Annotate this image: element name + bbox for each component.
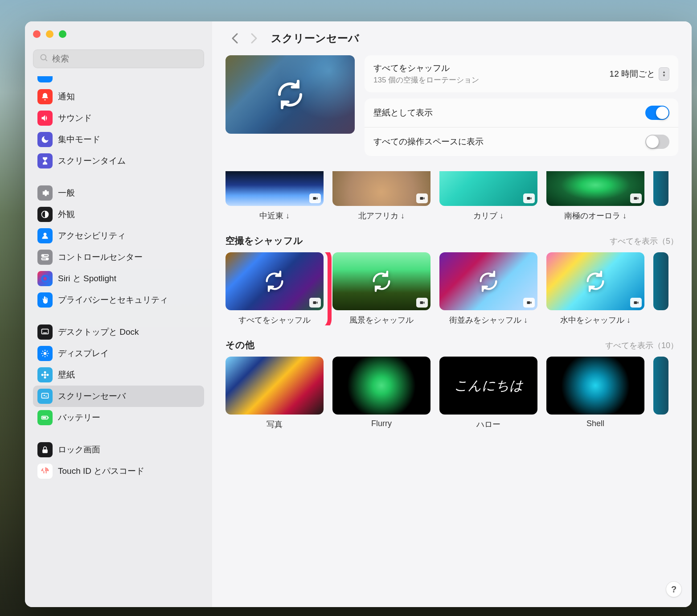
close-window[interactable]: [33, 30, 41, 38]
sidebar-item[interactable]: コントロールセンター: [33, 246, 204, 268]
shuffle-icon: [477, 270, 500, 293]
show-all-link[interactable]: すべてを表示（10）: [605, 340, 678, 351]
section-title: その他: [226, 339, 254, 351]
sidebar-item[interactable]: ディスプレイ: [33, 343, 204, 364]
section-title: 空撮をシャッフル: [226, 234, 303, 247]
sidebar-item[interactable]: スクリーンタイム: [33, 150, 204, 172]
screensaver-card[interactable]: Shell: [546, 357, 644, 430]
svg-rect-31: [42, 449, 48, 453]
svg-marker-35: [424, 197, 425, 200]
shuffle-icon: [274, 78, 306, 111]
lock-icon: [37, 442, 53, 457]
svg-point-6: [43, 255, 44, 256]
screensaver-card[interactable]: 南極のオーロラ ↓: [546, 171, 644, 221]
card-label: 水中をシャッフル ↓: [546, 315, 644, 325]
svg-rect-30: [48, 417, 49, 418]
interval-stepper[interactable]: 12 時間ごと ▲▼: [610, 67, 669, 81]
screensaver-card[interactable]: すべてをシャッフル: [226, 252, 324, 325]
svg-line-16: [42, 351, 43, 352]
card-thumb: [546, 252, 644, 310]
sidebar-item[interactable]: 一般: [33, 182, 204, 204]
person-icon: [37, 228, 53, 243]
sidebar-item[interactable]: 通知: [33, 86, 204, 107]
settings-window: 通知サウンド集中モードスクリーンタイム一般外観アクセシビリティコントロールセンタ…: [25, 21, 692, 607]
screensaver-card[interactable]: 街並みをシャッフル ↓: [439, 252, 537, 325]
hero-row: すべてをシャッフル 135 個の空撮をローテーション 12 時間ごと ▲▼ 壁紙…: [226, 55, 678, 162]
wallpaper-label: 壁紙として表示: [373, 107, 433, 119]
forward-button[interactable]: [245, 29, 263, 47]
card-label: 中近東 ↓: [226, 210, 324, 221]
screensaver-card[interactable]: 風景をシャッフル: [332, 252, 430, 325]
svg-rect-36: [527, 197, 530, 200]
screensaver-card[interactable]: こんにちはハロー: [439, 357, 537, 430]
card-label: 風景をシャッフル: [332, 315, 430, 325]
sidebar-item[interactable]: ロック画面: [33, 439, 204, 460]
svg-point-11: [44, 352, 47, 355]
card-thumb: [332, 252, 430, 310]
wallpaper-toggle[interactable]: [645, 106, 669, 120]
sidebar-item-label: 一般: [58, 187, 75, 199]
sidebar-item[interactable]: Touch ID とパスコード: [33, 460, 204, 482]
siri-icon: [37, 271, 53, 286]
card-label: 南極のオーロラ ↓: [546, 210, 644, 221]
header: スクリーンセーバ: [212, 21, 692, 55]
sidebar-item[interactable]: サウンド: [33, 107, 204, 129]
video-badge-icon: [523, 298, 535, 308]
search-input[interactable]: [52, 54, 197, 64]
screensaver-card[interactable]: 北アフリカ ↓: [332, 171, 430, 221]
screensaver-icon: [37, 389, 53, 404]
partial-row: [33, 76, 204, 82]
partial-card: [653, 357, 668, 415]
card-thumb: こんにちは: [439, 357, 537, 415]
svg-point-24: [46, 374, 49, 376]
shuffle-row: すべてをシャッフル 135 個の空撮をローテーション 12 時間ごと ▲▼: [365, 55, 678, 92]
svg-rect-38: [634, 197, 637, 200]
bell-icon: [37, 89, 53, 104]
screensaver-card[interactable]: 写真: [226, 357, 324, 430]
card-thumb: [546, 357, 644, 415]
sidebar-item[interactable]: 集中モード: [33, 129, 204, 150]
sidebar-item[interactable]: Siri と Spotlight: [33, 268, 204, 289]
minimize-window[interactable]: [46, 30, 53, 38]
card-label: Shell: [546, 419, 644, 428]
appearance-icon: [37, 207, 53, 222]
sidebar-item[interactable]: 壁紙: [33, 364, 204, 386]
display-setting-group: 壁紙として表示 すべての操作スペースに表示: [365, 99, 678, 156]
sidebar-item[interactable]: バッテリー: [33, 407, 204, 428]
sidebar-item[interactable]: 外観: [33, 204, 204, 225]
screensaver-card[interactable]: カリブ ↓: [439, 171, 537, 221]
flower-icon: [37, 367, 53, 382]
help-button[interactable]: ?: [666, 581, 682, 597]
allspaces-toggle[interactable]: [645, 135, 669, 149]
card-thumb: [332, 357, 430, 415]
svg-marker-41: [317, 302, 318, 304]
shuffle-icon: [370, 270, 393, 293]
screensaver-card[interactable]: 中近東 ↓: [226, 171, 324, 221]
search-box[interactable]: [33, 49, 204, 68]
svg-rect-32: [313, 197, 316, 200]
sidebar-item[interactable]: スクリーンセーバ: [33, 386, 204, 407]
settings-panel: すべてをシャッフル 135 個の空撮をローテーション 12 時間ごと ▲▼ 壁紙…: [365, 55, 678, 162]
current-screensaver-thumb[interactable]: [226, 55, 355, 134]
svg-line-1: [45, 59, 47, 61]
sidebar-item[interactable]: デスクトップと Dock: [33, 321, 204, 343]
allspaces-label: すべての操作スペースに表示: [373, 136, 484, 148]
sidebar-item[interactable]: プライバシーとセキュリティ: [33, 289, 204, 311]
fullscreen-window[interactable]: [59, 30, 66, 38]
video-badge-icon: [416, 193, 428, 203]
stepper-arrows-icon[interactable]: ▲▼: [659, 67, 669, 81]
switches-icon: [37, 250, 53, 265]
back-button[interactable]: [226, 29, 243, 47]
sidebar-item-label: Touch ID とパスコード: [58, 465, 144, 477]
show-all-link[interactable]: すべてを表示（5）: [610, 236, 678, 246]
interval-value: 12 時間ごと: [610, 68, 655, 80]
svg-marker-33: [317, 197, 318, 200]
card-thumb: [439, 252, 537, 310]
sidebar-item[interactable]: アクセシビリティ: [33, 225, 204, 246]
wallpaper-row: 壁紙として表示: [365, 99, 678, 127]
svg-point-7: [46, 259, 48, 260]
svg-line-17: [47, 355, 48, 356]
sidebar-item-label: 集中モード: [58, 134, 100, 145]
screensaver-card[interactable]: 水中をシャッフル ↓: [546, 252, 644, 325]
screensaver-card[interactable]: Flurry: [332, 357, 430, 430]
